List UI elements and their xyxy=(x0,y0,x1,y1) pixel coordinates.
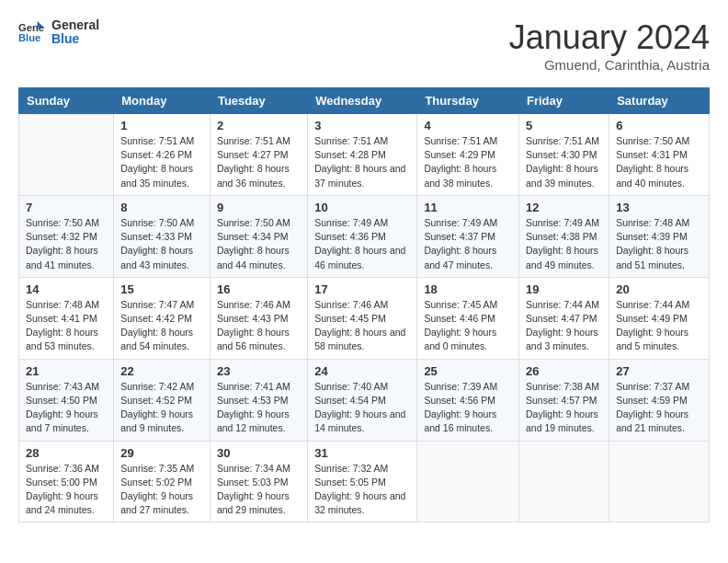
daylight-text: Daylight: 9 hours and 16 minutes. xyxy=(424,408,496,433)
day-number: 20 xyxy=(616,282,702,296)
table-row: 3 Sunrise: 7:51 AM Sunset: 4:28 PM Dayli… xyxy=(308,114,417,196)
month-title: January 2024 xyxy=(509,18,710,57)
day-info: Sunrise: 7:36 AM Sunset: 5:00 PM Dayligh… xyxy=(26,462,107,518)
table-row: 25 Sunrise: 7:39 AM Sunset: 4:56 PM Dayl… xyxy=(417,359,519,441)
sunset-text: Sunset: 4:33 PM xyxy=(120,231,192,242)
daylight-text: Daylight: 9 hours and 27 minutes. xyxy=(120,490,193,515)
sunrise-text: Sunrise: 7:32 AM xyxy=(314,463,388,474)
sunset-text: Sunset: 4:46 PM xyxy=(424,313,495,324)
sunset-text: Sunset: 4:29 PM xyxy=(424,149,495,160)
table-row: 28 Sunrise: 7:36 AM Sunset: 5:00 PM Dayl… xyxy=(19,441,114,523)
day-info: Sunrise: 7:48 AM Sunset: 4:41 PM Dayligh… xyxy=(26,298,107,354)
day-info: Sunrise: 7:51 AM Sunset: 4:29 PM Dayligh… xyxy=(424,134,512,190)
col-monday: Monday xyxy=(114,88,210,114)
sunset-text: Sunset: 4:56 PM xyxy=(424,395,495,406)
calendar-week-row: 7 Sunrise: 7:50 AM Sunset: 4:32 PM Dayli… xyxy=(19,195,710,277)
sunset-text: Sunset: 5:05 PM xyxy=(314,477,386,488)
sunset-text: Sunset: 4:39 PM xyxy=(616,231,688,242)
sunset-text: Sunset: 4:30 PM xyxy=(526,149,597,160)
sunrise-text: Sunrise: 7:51 AM xyxy=(314,135,388,146)
col-saturday: Saturday xyxy=(609,88,710,114)
day-number: 10 xyxy=(314,201,410,214)
daylight-text: Daylight: 8 hours and 58 minutes. xyxy=(314,327,405,351)
sunrise-text: Sunrise: 7:48 AM xyxy=(26,299,99,310)
sunset-text: Sunset: 4:41 PM xyxy=(26,313,97,324)
table-row: 17 Sunrise: 7:46 AM Sunset: 4:45 PM Dayl… xyxy=(308,277,417,359)
svg-text:Blue: Blue xyxy=(18,33,40,44)
sunset-text: Sunset: 4:27 PM xyxy=(217,149,289,160)
calendar-table: Sunday Monday Tuesday Wednesday Thursday… xyxy=(18,87,710,523)
table-row xyxy=(19,114,114,196)
day-info: Sunrise: 7:51 AM Sunset: 4:26 PM Dayligh… xyxy=(120,134,203,190)
sunrise-text: Sunrise: 7:43 AM xyxy=(26,381,99,392)
location-subtitle: Gmuend, Carinthia, Austria xyxy=(509,57,710,73)
calendar-header-row: Sunday Monday Tuesday Wednesday Thursday… xyxy=(19,88,710,114)
day-info: Sunrise: 7:40 AM Sunset: 4:54 PM Dayligh… xyxy=(314,380,410,436)
table-row: 26 Sunrise: 7:38 AM Sunset: 4:57 PM Dayl… xyxy=(518,359,609,441)
sunset-text: Sunset: 4:42 PM xyxy=(120,313,192,324)
table-row: 18 Sunrise: 7:45 AM Sunset: 4:46 PM Dayl… xyxy=(417,277,519,359)
day-info: Sunrise: 7:45 AM Sunset: 4:46 PM Dayligh… xyxy=(424,298,512,354)
day-number: 19 xyxy=(526,282,602,296)
daylight-text: Daylight: 8 hours and 51 minutes. xyxy=(616,245,688,270)
sunrise-text: Sunrise: 7:50 AM xyxy=(26,217,99,228)
sunset-text: Sunset: 5:00 PM xyxy=(26,477,97,488)
daylight-text: Daylight: 9 hours and 24 minutes. xyxy=(26,490,98,515)
table-row: 19 Sunrise: 7:44 AM Sunset: 4:47 PM Dayl… xyxy=(518,277,609,359)
sunset-text: Sunset: 5:03 PM xyxy=(217,477,289,488)
day-number: 25 xyxy=(424,364,512,378)
day-info: Sunrise: 7:46 AM Sunset: 4:45 PM Dayligh… xyxy=(314,298,410,354)
day-number: 21 xyxy=(26,364,107,378)
daylight-text: Daylight: 9 hours and 3 minutes. xyxy=(526,327,598,351)
table-row: 13 Sunrise: 7:48 AM Sunset: 4:39 PM Dayl… xyxy=(609,195,710,277)
day-number: 9 xyxy=(217,201,301,214)
table-row: 4 Sunrise: 7:51 AM Sunset: 4:29 PM Dayli… xyxy=(417,114,519,196)
table-row: 11 Sunrise: 7:49 AM Sunset: 4:37 PM Dayl… xyxy=(417,195,519,277)
table-row: 10 Sunrise: 7:49 AM Sunset: 4:36 PM Dayl… xyxy=(308,195,417,277)
sunset-text: Sunset: 4:57 PM xyxy=(526,395,597,406)
day-number: 7 xyxy=(26,201,107,214)
table-row: 8 Sunrise: 7:50 AM Sunset: 4:33 PM Dayli… xyxy=(114,195,210,277)
table-row: 9 Sunrise: 7:50 AM Sunset: 4:34 PM Dayli… xyxy=(210,195,307,277)
sunset-text: Sunset: 4:50 PM xyxy=(26,395,97,406)
table-row: 14 Sunrise: 7:48 AM Sunset: 4:41 PM Dayl… xyxy=(19,277,114,359)
day-number: 16 xyxy=(217,282,301,296)
daylight-text: Daylight: 8 hours and 46 minutes. xyxy=(314,245,405,270)
day-number: 17 xyxy=(314,282,410,296)
daylight-text: Daylight: 8 hours and 37 minutes. xyxy=(314,163,405,188)
day-info: Sunrise: 7:51 AM Sunset: 4:30 PM Dayligh… xyxy=(526,134,602,190)
day-info: Sunrise: 7:39 AM Sunset: 4:56 PM Dayligh… xyxy=(424,380,512,436)
day-number: 5 xyxy=(526,119,602,132)
sunset-text: Sunset: 4:28 PM xyxy=(314,149,386,160)
sunrise-text: Sunrise: 7:40 AM xyxy=(314,381,388,392)
day-info: Sunrise: 7:44 AM Sunset: 4:47 PM Dayligh… xyxy=(526,298,602,354)
table-row: 12 Sunrise: 7:49 AM Sunset: 4:38 PM Dayl… xyxy=(518,195,609,277)
day-number: 3 xyxy=(314,119,410,132)
sunset-text: Sunset: 4:34 PM xyxy=(217,231,289,242)
day-info: Sunrise: 7:35 AM Sunset: 5:02 PM Dayligh… xyxy=(120,462,203,518)
sunrise-text: Sunrise: 7:46 AM xyxy=(217,299,290,310)
table-row: 20 Sunrise: 7:44 AM Sunset: 4:49 PM Dayl… xyxy=(609,277,710,359)
table-row xyxy=(609,441,710,523)
day-number: 12 xyxy=(526,201,602,214)
table-row xyxy=(417,441,519,523)
daylight-text: Daylight: 8 hours and 44 minutes. xyxy=(217,245,290,270)
table-row: 7 Sunrise: 7:50 AM Sunset: 4:32 PM Dayli… xyxy=(19,195,114,277)
table-row: 6 Sunrise: 7:50 AM Sunset: 4:31 PM Dayli… xyxy=(609,114,710,196)
daylight-text: Daylight: 9 hours and 0 minutes. xyxy=(424,327,496,351)
day-info: Sunrise: 7:46 AM Sunset: 4:43 PM Dayligh… xyxy=(217,298,301,354)
sunset-text: Sunset: 4:31 PM xyxy=(616,149,688,160)
daylight-text: Daylight: 9 hours and 7 minutes. xyxy=(26,408,98,433)
day-number: 29 xyxy=(120,446,203,460)
day-info: Sunrise: 7:44 AM Sunset: 4:49 PM Dayligh… xyxy=(616,298,702,354)
table-row: 22 Sunrise: 7:42 AM Sunset: 4:52 PM Dayl… xyxy=(114,359,210,441)
table-row: 23 Sunrise: 7:41 AM Sunset: 4:53 PM Dayl… xyxy=(210,359,307,441)
sunrise-text: Sunrise: 7:36 AM xyxy=(26,463,99,474)
daylight-text: Daylight: 8 hours and 39 minutes. xyxy=(526,163,598,188)
day-number: 8 xyxy=(120,201,203,214)
sunset-text: Sunset: 4:59 PM xyxy=(616,395,688,406)
logo: General Blue General Blue xyxy=(18,18,99,47)
sunset-text: Sunset: 4:43 PM xyxy=(217,313,289,324)
day-info: Sunrise: 7:51 AM Sunset: 4:28 PM Dayligh… xyxy=(314,134,410,190)
sunrise-text: Sunrise: 7:49 AM xyxy=(424,217,497,228)
